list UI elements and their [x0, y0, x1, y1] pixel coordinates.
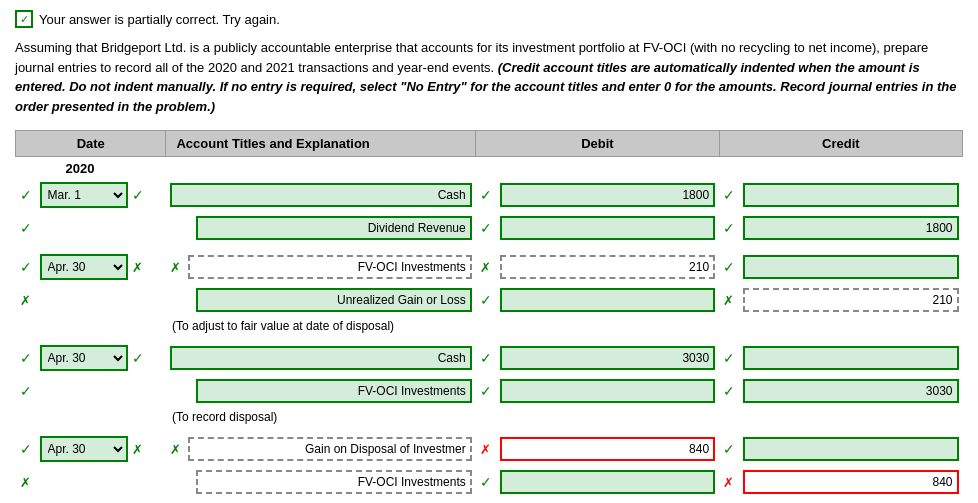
credit-cell-4a: ✓: [719, 432, 962, 466]
status-banner: ✓ Your answer is partially correct. Try …: [15, 10, 963, 28]
account-cell-cash2: [166, 341, 476, 375]
date-cell-apr30-3: ✓ Apr. 30 ✗: [16, 432, 166, 466]
partial-check-icon: ✓: [15, 10, 33, 28]
year-2020-row: 2020: [16, 157, 963, 179]
check-icon-5: ✓: [20, 350, 36, 366]
check-icon-2: ✓: [132, 187, 148, 203]
date-cell-empty4: ✗: [16, 466, 166, 498]
check-icon-d1: ✓: [480, 187, 496, 203]
check-icon-c3: ✓: [723, 259, 739, 275]
account-cell-divrev: [166, 212, 476, 244]
header-debit: Debit: [476, 131, 719, 157]
x-icon-red-1: ✗: [480, 442, 496, 457]
check-icon-3: ✓: [20, 220, 36, 236]
table-row: ✗ ✓ ✗: [16, 284, 963, 316]
check-icon-c7: ✓: [723, 441, 739, 457]
table-row: ✗ ✓ ✗: [16, 466, 963, 498]
x-icon-2: ✗: [170, 260, 186, 275]
credit-input-1a[interactable]: [743, 183, 958, 207]
check-icon-d5: ✓: [480, 350, 496, 366]
date-cell-apr30-2: ✓ Apr. 30 ✓: [16, 341, 166, 375]
debit-input-4b[interactable]: [500, 470, 715, 494]
journal-table: Date Account Titles and Explanation Debi…: [15, 130, 963, 503]
date-select-apr30-2[interactable]: Apr. 30: [40, 345, 128, 371]
instructions-block: Assuming that Bridgeport Ltd. is a publi…: [15, 38, 963, 116]
status-message: Your answer is partially correct. Try ag…: [39, 12, 280, 27]
debit-cell-1a: ✓: [476, 178, 719, 212]
table-row: ✓ ✓ ✓: [16, 375, 963, 407]
note-row-2: (To adjust to fair value at date of disp…: [16, 316, 963, 335]
note-date-3: [16, 407, 166, 426]
check-icon-d6: ✓: [480, 383, 496, 399]
credit-input-3b[interactable]: [743, 379, 958, 403]
account-input-unrealized[interactable]: [196, 288, 472, 312]
account-cell-unrealized: [166, 284, 476, 316]
x-icon-6: ✗: [132, 442, 148, 457]
check-icon-c5: ✓: [723, 350, 739, 366]
account-input-fvoci2[interactable]: [196, 379, 472, 403]
table-row: ✓ ✓ ✓: [16, 212, 963, 244]
credit-input-1b[interactable]: [743, 216, 958, 240]
credit-cell-1b: ✓: [719, 212, 962, 244]
date-cell-empty3: ✓: [16, 375, 166, 407]
debit-cell-1b: ✓: [476, 212, 719, 244]
date-cell-empty1: ✓: [16, 212, 166, 244]
table-row: ✓ Apr. 30 ✗ ✗ ✗: [16, 432, 963, 466]
debit-input-1b[interactable]: [500, 216, 715, 240]
check-icon-4: ✓: [20, 259, 36, 275]
account-cell-gain: ✗: [166, 432, 476, 466]
account-input-fvoci3[interactable]: [196, 470, 472, 494]
check-icon-d2: ✓: [480, 220, 496, 236]
debit-input-1a[interactable]: [500, 183, 715, 207]
note-date-4: [16, 498, 166, 503]
debit-input-2b[interactable]: [500, 288, 715, 312]
note-text-3: (To record disposal): [166, 407, 963, 426]
account-input-cash2[interactable]: [170, 346, 472, 370]
credit-cell-2b: ✗: [719, 284, 962, 316]
debit-input-2a[interactable]: [500, 255, 715, 279]
header-account: Account Titles and Explanation: [166, 131, 476, 157]
date-cell-apr30-1: ✓ Apr. 30 ✗: [16, 250, 166, 284]
credit-input-2a[interactable]: [743, 255, 958, 279]
check-icon-c6: ✓: [723, 383, 739, 399]
x-icon-7: ✗: [170, 442, 186, 457]
check-icon-d8: ✓: [480, 474, 496, 490]
account-input-divrev[interactable]: [196, 216, 472, 240]
account-input-cash1[interactable]: [170, 183, 472, 207]
check-icon-c2: ✓: [723, 220, 739, 236]
header-date: Date: [16, 131, 166, 157]
x-icon-8: ✗: [20, 475, 36, 490]
account-cell-fvoci1: ✗: [166, 250, 476, 284]
x-icon-3: ✗: [480, 260, 496, 275]
credit-input-4a[interactable]: [743, 437, 958, 461]
account-cell-fvoci3: [166, 466, 476, 498]
debit-input-3a[interactable]: [500, 346, 715, 370]
account-input-fvoci1[interactable]: [188, 255, 472, 279]
debit-input-3b[interactable]: [500, 379, 715, 403]
header-credit: Credit: [719, 131, 962, 157]
credit-input-4b[interactable]: [743, 470, 958, 494]
note-row-4: (To reclassify holding gain): [16, 498, 963, 503]
debit-cell-2b: ✓: [476, 284, 719, 316]
year-label: 2020: [16, 157, 963, 179]
note-row-3: (To record disposal): [16, 407, 963, 426]
check-icon-7: ✓: [20, 383, 36, 399]
check-icon-6: ✓: [132, 350, 148, 366]
date-cell-empty2: ✗: [16, 284, 166, 316]
credit-input-2b[interactable]: [743, 288, 958, 312]
check-icon-8: ✓: [20, 441, 36, 457]
debit-input-4a[interactable]: [500, 437, 715, 461]
date-select-apr30-3[interactable]: Apr. 30: [40, 436, 128, 462]
x-icon-1: ✗: [132, 260, 148, 275]
check-icon-1: ✓: [20, 187, 36, 203]
credit-cell-3a: ✓: [719, 341, 962, 375]
credit-cell-4b: ✗: [719, 466, 962, 498]
date-select-apr30-1[interactable]: Apr. 30: [40, 254, 128, 280]
x-icon-5: ✗: [723, 293, 739, 308]
credit-cell-1a: ✓: [719, 178, 962, 212]
date-select-mar1[interactable]: Mar. 1: [40, 182, 128, 208]
credit-input-3a[interactable]: [743, 346, 958, 370]
note-text-4: (To reclassify holding gain): [166, 498, 963, 503]
account-input-gain[interactable]: [188, 437, 472, 461]
check-icon-c1: ✓: [723, 187, 739, 203]
